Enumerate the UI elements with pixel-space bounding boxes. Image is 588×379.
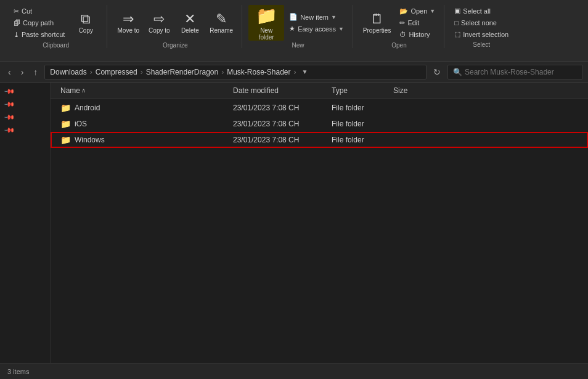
breadcrumb-bar[interactable]: Downloads › Compressed › ShaderRenderDra… xyxy=(44,65,427,79)
file-list: 📁 Android 23/01/2023 7:08 CH File folder… xyxy=(51,99,588,363)
file-label-ios: iOS xyxy=(75,120,87,128)
col-size-header[interactable]: Size xyxy=(388,86,438,95)
select-none-icon: □ xyxy=(454,19,459,26)
new-group: 📁 New folder 📄 New item ▼ ★ Easy access … xyxy=(243,5,353,48)
file-row-android[interactable]: 📁 Android 23/01/2023 7:08 CH File folder xyxy=(51,100,588,116)
move-to-button[interactable]: ⇒ Move to xyxy=(113,5,143,41)
copy-to-icon: ⇨ xyxy=(153,12,165,26)
copy-to-button[interactable]: ⇨ Copy to xyxy=(144,5,174,41)
clipboard-items: ✂ Cut 🗐 Copy path ⤓ Paste shortcut ⧉ Cop… xyxy=(10,5,102,41)
move-to-icon: ⇒ xyxy=(123,12,134,26)
col-type-label: Type xyxy=(332,86,348,95)
search-bar[interactable]: 🔍 xyxy=(447,65,583,79)
col-name-label: Name xyxy=(60,86,80,95)
paste-shortcut-label: Paste shortcut xyxy=(22,31,65,38)
paste-shortcut-button[interactable]: ⤓ Paste shortcut xyxy=(10,29,68,40)
file-type-android: File folder xyxy=(327,104,388,112)
file-row-ios[interactable]: 📁 iOS 23/01/2023 7:08 CH File folder xyxy=(51,116,588,132)
pin-icon-3: 📌 xyxy=(3,112,15,123)
paste-shortcut-icon: ⤓ xyxy=(14,31,19,39)
folder-icon-ios: 📁 xyxy=(60,119,71,129)
back-button[interactable]: ‹ xyxy=(5,65,14,79)
open-button[interactable]: 📂 Open ▼ xyxy=(396,6,439,17)
search-input[interactable] xyxy=(465,68,578,76)
new-group-label: New xyxy=(292,42,304,49)
folder-icon-android: 📁 xyxy=(60,103,71,113)
file-type-windows: File folder xyxy=(327,136,388,144)
new-stack: 📄 New item ▼ ★ Easy access ▼ xyxy=(285,12,348,35)
clipboard-group: ✂ Cut 🗐 Copy path ⤓ Paste shortcut ⧉ Cop… xyxy=(5,5,107,48)
new-item-label: New item xyxy=(300,14,329,21)
breadcrumb-compressed[interactable]: Compressed xyxy=(96,68,137,76)
select-all-label: Select all xyxy=(463,7,491,15)
sidebar-item-3[interactable]: 📌 xyxy=(0,111,50,124)
col-name-header[interactable]: Name ∧ xyxy=(55,86,228,95)
copy-path-button[interactable]: 🗐 Copy path xyxy=(10,17,68,28)
refresh-button[interactable]: ↻ xyxy=(430,65,444,79)
pin-icon-1: 📌 xyxy=(3,86,15,97)
organize-items: ⇒ Move to ⇨ Copy to ✕ Delete ✎ Rename xyxy=(113,5,237,41)
up-button[interactable]: ↑ xyxy=(30,65,41,79)
select-all-button[interactable]: ▣ Select all xyxy=(451,6,512,17)
properties-button[interactable]: 🗒 Properties xyxy=(359,5,395,41)
breadcrumb-dropdown-icon[interactable]: ▼ xyxy=(302,68,308,75)
open-label: Open xyxy=(410,7,427,15)
file-date-windows: 23/01/2023 7:08 CH xyxy=(228,136,327,144)
col-date-header[interactable]: Date modified xyxy=(228,86,327,95)
clipboard-stack: ✂ Cut 🗐 Copy path ⤓ Paste shortcut xyxy=(10,6,68,40)
file-date-android: 23/01/2023 7:08 CH xyxy=(228,104,327,112)
sort-arrow: ∧ xyxy=(81,87,86,94)
sidebar-item-2[interactable]: 📌 xyxy=(0,98,50,111)
sidebar-item-1[interactable]: 📌 xyxy=(0,85,50,98)
copy-path-icon: 🗐 xyxy=(14,19,20,26)
new-folder-button[interactable]: 📁 New folder xyxy=(248,5,284,41)
breadcrumb-sep-2: › xyxy=(141,68,143,76)
invert-selection-button[interactable]: ⬚ Invert selection xyxy=(451,29,512,40)
rename-button[interactable]: ✎ Rename xyxy=(206,5,237,41)
ribbon-content: ✂ Cut 🗐 Copy path ⤓ Paste shortcut ⧉ Cop… xyxy=(0,2,588,51)
breadcrumb-shader-render-dragon[interactable]: ShaderRenderDragon xyxy=(146,68,218,76)
move-to-label: Move to xyxy=(118,27,140,34)
sidebar-item-4[interactable]: 📌 xyxy=(0,124,50,137)
file-label-windows: Windows xyxy=(75,136,105,144)
delete-icon: ✕ xyxy=(184,12,195,26)
open-group: 🗒 Properties 📂 Open ▼ ✏ Edit ⏱ xyxy=(354,5,444,48)
rename-icon: ✎ xyxy=(216,12,227,26)
edit-label: Edit xyxy=(407,19,419,26)
easy-access-dropdown-icon: ▼ xyxy=(338,26,344,32)
properties-icon: 🗒 xyxy=(370,12,384,26)
open-stack: 📂 Open ▼ ✏ Edit ⏱ History xyxy=(396,6,439,40)
file-name-windows: 📁 Windows xyxy=(55,135,228,145)
history-button[interactable]: ⏱ History xyxy=(396,29,439,40)
cut-button[interactable]: ✂ Cut xyxy=(10,6,68,17)
breadcrumb-musk-rose-shader[interactable]: Musk-Rose-Shader xyxy=(227,68,290,76)
open-icon: 📂 xyxy=(399,7,408,15)
new-item-button[interactable]: 📄 New item ▼ xyxy=(285,12,348,23)
status-bar: 3 items xyxy=(0,363,588,379)
clipboard-group-label: Clipboard xyxy=(43,42,69,49)
open-group-label: Open xyxy=(391,42,406,49)
folder-icon-windows: 📁 xyxy=(60,135,71,145)
edit-button[interactable]: ✏ Edit xyxy=(396,17,439,28)
pin-icon-4: 📌 xyxy=(3,124,15,136)
copy-button[interactable]: ⧉ Copy xyxy=(70,5,102,41)
file-type-ios: File folder xyxy=(327,120,388,128)
address-bar: ‹ › ↑ Downloads › Compressed › ShaderRen… xyxy=(0,62,588,83)
column-header: Name ∧ Date modified Type Size xyxy=(51,83,588,99)
forward-button[interactable]: › xyxy=(18,65,27,79)
rename-label: Rename xyxy=(210,27,233,34)
easy-access-button[interactable]: ★ Easy access ▼ xyxy=(285,23,348,35)
invert-label: Invert selection xyxy=(463,31,508,38)
file-name-android: 📁 Android xyxy=(55,103,228,113)
col-type-header[interactable]: Type xyxy=(327,86,388,95)
breadcrumb-sep-1: › xyxy=(90,68,92,76)
delete-button[interactable]: ✕ Delete xyxy=(175,5,205,41)
organize-group-label: Organize xyxy=(163,42,188,49)
copy-path-label: Copy path xyxy=(23,19,54,26)
copy-label: Copy xyxy=(79,27,93,34)
select-none-button[interactable]: □ Select none xyxy=(451,17,512,28)
breadcrumb-downloads[interactable]: Downloads xyxy=(50,68,86,76)
main-layout: 📌 📌 📌 📌 Name ∧ Date modified Ty xyxy=(0,83,588,363)
history-label: History xyxy=(409,31,430,38)
file-row-windows[interactable]: 📁 Windows 23/01/2023 7:08 CH File folder xyxy=(51,132,588,148)
